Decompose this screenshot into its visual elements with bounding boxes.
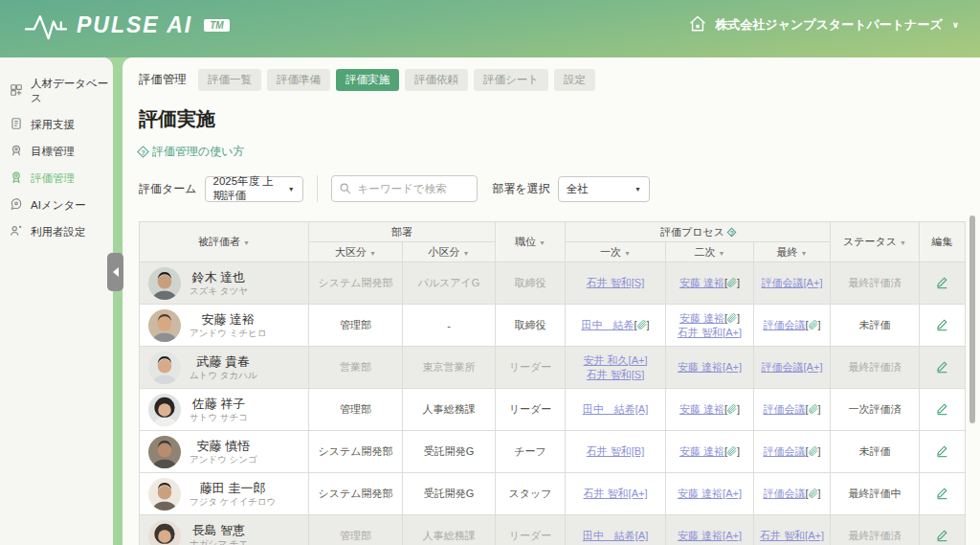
position-cell: チーフ <box>496 431 566 473</box>
tab-4[interactable]: 評価シート <box>474 69 548 91</box>
col-status[interactable]: ステータス▼ <box>831 222 920 262</box>
evaluator-link[interactable]: 石井 智和[S] <box>587 369 645 380</box>
evaluator-link[interactable]: 評価会議 <box>763 488 805 499</box>
search-wrap <box>331 175 478 202</box>
sort-icon: ▼ <box>463 250 470 257</box>
tab-0[interactable]: 評価一覧 <box>198 69 261 91</box>
col-final[interactable]: 最終▼ <box>754 242 831 262</box>
target-cell: 安藤 慎悟 アンドウ シンゴ <box>140 431 309 473</box>
evaluator-link[interactable]: 評価会議[A+] <box>762 277 823 288</box>
sort-icon: ▼ <box>624 250 631 257</box>
col-second[interactable]: 二次▼ <box>666 242 754 262</box>
evaluator-link[interactable]: 田中 結希 <box>581 319 634 330</box>
first-eval-cell: 石井 智和[S] <box>566 262 666 305</box>
evaluator-link[interactable]: 安藤 達裕[A+] <box>678 530 742 541</box>
evaluator-link[interactable]: 安藤 達裕 <box>679 445 724 457</box>
sidebar-item-3[interactable]: 評価管理 <box>0 165 113 192</box>
scrollbar-thumb[interactable] <box>969 216 975 423</box>
paperclip-icon <box>727 404 737 414</box>
evaluator-link[interactable]: 石井 智和[A+] <box>760 530 824 541</box>
sidebar-item-4[interactable]: AIメンター <box>0 192 113 218</box>
tab-3[interactable]: 評価依頼 <box>405 69 468 91</box>
evaluator-link[interactable]: 評価会議 <box>763 445 805 457</box>
employee-kana: アンドウ シンゴ <box>189 454 257 466</box>
final-eval-cell: 評価会議[] <box>754 305 831 347</box>
help-link[interactable]: 評価管理の使い方 <box>139 144 245 160</box>
help-diamond-icon[interactable] <box>727 227 737 237</box>
position-cell: スタッフ <box>496 473 566 515</box>
evaluator-link[interactable]: 石井 智和[A+] <box>584 488 648 499</box>
evaluator-link[interactable]: 石井 智和[S] <box>587 277 645 288</box>
evaluator-link[interactable]: 安藤 達裕 <box>679 403 724 415</box>
evaluator-link[interactable]: 評価会議 <box>763 319 805 330</box>
department-select[interactable]: 全社 ▼ <box>558 176 650 202</box>
edit-cell <box>920 515 966 545</box>
status-cell: 最終評価中 <box>831 473 920 515</box>
dept-minor-cell: 人事総務課 <box>403 389 496 431</box>
second-eval-cell: 安藤 達裕[] <box>666 389 754 431</box>
edit-pencil-button[interactable] <box>935 443 949 460</box>
edit-pencil-button[interactable] <box>935 317 949 333</box>
logo-text: PULSE AI <box>77 12 192 38</box>
sidebar-item-5[interactable]: 利用者設定 <box>0 218 113 245</box>
tab-1[interactable]: 評価準備 <box>267 69 330 91</box>
evaluator-link[interactable]: 安藤 達裕[A+] <box>678 361 742 373</box>
target-icon <box>10 144 23 159</box>
dept-minor-cell: 受託開発G <box>403 473 496 515</box>
edit-cell <box>920 262 966 305</box>
company-menu[interactable]: 株式会社ジャンプスタートパートナーズ ∨ <box>688 14 959 36</box>
search-input[interactable] <box>331 175 478 202</box>
first-eval-cell: 田中 結希[] <box>566 305 666 347</box>
edit-pencil-button[interactable] <box>935 528 949 544</box>
evaluator-link[interactable]: 評価会議[A+] <box>762 361 823 373</box>
first-eval-cell: 石井 智和[A+] <box>566 473 666 515</box>
edit-pencil-button[interactable] <box>935 401 949 418</box>
col-position[interactable]: 職位▼ <box>496 222 566 262</box>
target-cell: 長島 智恵 ナガシマ チエ <box>140 515 309 545</box>
position-cell: リーダー <box>496 347 566 389</box>
paperclip-icon <box>809 446 818 456</box>
edit-pencil-button[interactable] <box>935 275 949 291</box>
evaluator-link[interactable]: 評価会議 <box>763 403 805 415</box>
final-eval-cell: 評価会議[] <box>754 389 831 431</box>
status-cell: 最終評価済 <box>831 262 920 305</box>
tab-5[interactable]: 設定 <box>554 69 595 91</box>
second-eval-cell: 安藤 達裕[A+] <box>666 515 754 545</box>
divider <box>317 175 318 202</box>
col-first[interactable]: 一次▼ <box>566 242 666 262</box>
evaluator-link[interactable]: 安藤 達裕[A+] <box>678 488 742 499</box>
evaluator-link[interactable]: 田中 結希[A] <box>583 403 648 415</box>
dept-major-cell: 管理部 <box>309 305 403 347</box>
table-row-6: 長島 智恵 ナガシマ チエ 管理部 人事総務課 リーダー 田中 結希[A] 安藤… <box>140 515 966 545</box>
employee-kana: ムトウ タカハル <box>189 370 257 381</box>
first-eval-cell: 田中 結希[A] <box>566 389 666 431</box>
col-dept-minor[interactable]: 小区分▼ <box>403 242 496 262</box>
evaluator-link[interactable]: 安藤 達裕 <box>679 277 724 288</box>
status-cell: 最終評価済 <box>831 347 920 389</box>
col-department-group: 部署 <box>309 222 496 242</box>
evaluator-link[interactable]: 安井 和久[A+] <box>584 354 648 366</box>
dept-major-cell: システム開発部 <box>309 431 403 473</box>
col-dept-major[interactable]: 大区分▼ <box>309 242 403 262</box>
final-eval-cell: 評価会議[] <box>754 431 831 473</box>
edit-pencil-button[interactable] <box>935 359 949 375</box>
employee-kana: サトウ サチコ <box>189 412 248 423</box>
sidebar-item-0[interactable]: 人材データベース <box>0 71 113 111</box>
col-target[interactable]: 被評価者▼ <box>140 222 309 262</box>
tab-2[interactable]: 評価実施 <box>336 69 399 91</box>
sidebar-item-2[interactable]: 目標管理 <box>0 138 113 165</box>
sidebar-item-1[interactable]: 採用支援 <box>0 111 113 138</box>
evaluator-link[interactable]: 安藤 達裕 <box>679 312 724 324</box>
evaluator-link[interactable]: 田中 結希[A] <box>583 530 648 541</box>
term-select[interactable]: 2025年度 上期評価 ▼ <box>205 176 303 202</box>
final-eval-cell: 評価会議[A+] <box>754 347 831 389</box>
evaluator-link[interactable]: 石井 智和[B] <box>587 445 645 457</box>
paperclip-icon <box>637 320 647 329</box>
position-cell: リーダー <box>496 515 566 545</box>
dept-minor-cell: - <box>403 305 496 347</box>
evaluator-link[interactable]: 石井 智和[A+] <box>678 327 742 338</box>
edit-pencil-button[interactable] <box>935 486 949 502</box>
sidebar-collapse-handle[interactable] <box>107 253 123 291</box>
edit-cell <box>920 389 966 431</box>
table-row-3: 佐藤 祥子 サトウ サチコ 管理部 人事総務課 リーダー 田中 結希[A] 安藤… <box>140 389 966 431</box>
